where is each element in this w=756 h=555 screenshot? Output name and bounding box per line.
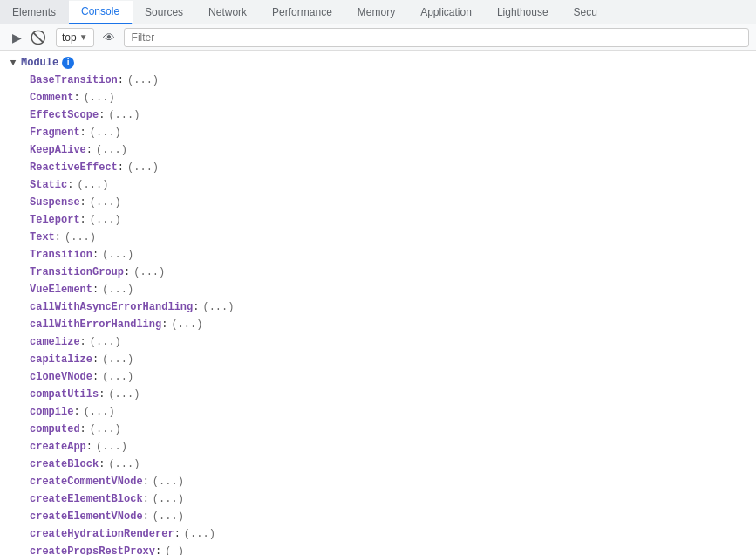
prop-colon: :: [67, 177, 73, 193]
prop-row[interactable]: Transition: (...): [0, 246, 756, 264]
tab-security[interactable]: Secu: [562, 0, 610, 24]
prop-row[interactable]: Teleport: (...): [0, 211, 756, 229]
prop-colon: :: [193, 299, 199, 315]
prop-value: ( ): [165, 544, 184, 555]
prop-key: Suspense: [30, 195, 80, 210]
tab-bar: Elements Console Sources Network Perform…: [0, 0, 756, 24]
tab-sources[interactable]: Sources: [133, 0, 196, 24]
prop-value: (...): [84, 90, 115, 106]
prop-row[interactable]: Comment: (...): [0, 89, 756, 106]
prop-key: Fragment: [30, 125, 80, 140]
prop-value: (...): [96, 439, 127, 455]
prop-value: (...): [108, 387, 140, 402]
execute-button[interactable]: ▶: [7, 28, 26, 47]
tab-application[interactable]: Application: [408, 0, 485, 24]
prop-colon: :: [73, 90, 79, 106]
prop-row[interactable]: createElementBlock: (...): [0, 490, 756, 508]
prop-colon: :: [99, 107, 105, 123]
context-dropdown[interactable]: top ▼: [56, 28, 94, 47]
prop-row[interactable]: Fragment: (...): [0, 124, 756, 141]
prop-colon: :: [80, 334, 86, 350]
prop-row[interactable]: createPropsRestProxy: ( ): [0, 543, 756, 555]
prop-row[interactable]: VueElement: (...): [0, 281, 756, 298]
prop-row[interactable]: Suspense: (...): [0, 194, 756, 211]
prop-row[interactable]: createCommentVNode: (...): [0, 473, 756, 490]
expand-triangle-icon[interactable]: ▼: [7, 57, 19, 69]
tab-lighthouse[interactable]: Lighthouse: [485, 0, 562, 24]
tab-elements[interactable]: Elements: [0, 0, 69, 24]
prop-value: (...): [90, 125, 121, 140]
tab-memory[interactable]: Memory: [345, 0, 408, 24]
prop-row[interactable]: EffectScope: (...): [0, 106, 756, 124]
prop-key: ReactiveEffect: [30, 160, 118, 175]
prop-value: (...): [102, 369, 133, 385]
prop-colon: :: [80, 195, 86, 210]
prop-row[interactable]: callWithAsyncErrorHandling: (...): [0, 298, 756, 316]
tab-performance[interactable]: Performance: [260, 0, 345, 24]
filter-input[interactable]: [124, 28, 749, 47]
prop-key: createElementVNode: [30, 509, 143, 524]
prop-key: Text: [30, 230, 55, 245]
prop-key: BaseTransition: [30, 72, 118, 88]
prop-row[interactable]: createBlock: (...): [0, 456, 756, 473]
prop-value: (...): [108, 456, 140, 472]
prop-key: computed: [30, 421, 80, 437]
prop-row[interactable]: createApp: (...): [0, 438, 756, 456]
dropdown-arrow-icon: ▼: [79, 32, 88, 42]
tab-console[interactable]: Console: [69, 1, 133, 24]
prop-row[interactable]: capitalize: (...): [0, 351, 756, 368]
prop-colon: :: [99, 387, 105, 402]
prop-colon: :: [73, 404, 79, 420]
eye-button[interactable]: 👁: [99, 28, 119, 47]
prop-colon: :: [92, 282, 99, 298]
prop-row[interactable]: TransitionGroup: (...): [0, 264, 756, 281]
prop-row[interactable]: compatUtils: (...): [0, 386, 756, 403]
prop-row[interactable]: createElementVNode: (...): [0, 508, 756, 525]
prop-key: callWithAsyncErrorHandling: [30, 299, 193, 315]
prop-value: (...): [102, 352, 133, 367]
prop-key: createHydrationRenderer: [30, 526, 174, 542]
prop-key: Teleport: [30, 212, 80, 228]
clear-button[interactable]: ⃠: [31, 28, 51, 47]
prop-row[interactable]: ReactiveEffect: (...): [0, 159, 756, 176]
prop-value: (...): [65, 230, 96, 245]
prop-value: (...): [90, 334, 121, 350]
prop-colon: :: [80, 421, 86, 437]
tab-network[interactable]: Network: [196, 0, 260, 24]
prop-colon: :: [161, 317, 167, 332]
prop-value: (...): [153, 509, 184, 524]
prop-value: (...): [202, 299, 234, 315]
prop-row[interactable]: BaseTransition: (...): [0, 72, 756, 89]
prop-row[interactable]: camelize: (...): [0, 333, 756, 351]
prop-colon: :: [92, 352, 99, 367]
prop-value: (...): [90, 195, 121, 210]
prop-row[interactable]: callWithErrorHandling: (...): [0, 316, 756, 333]
prop-key: Comment: [30, 90, 73, 106]
prop-row[interactable]: cloneVNode: (...): [0, 368, 756, 386]
info-badge[interactable]: i: [62, 57, 74, 69]
module-row[interactable]: ▼ Module i: [0, 54, 756, 72]
prop-colon: :: [99, 456, 105, 472]
prop-key: createBlock: [30, 456, 99, 472]
prop-colon: :: [118, 160, 124, 175]
prop-row[interactable]: Static: (...): [0, 176, 756, 194]
prop-colon: :: [124, 264, 130, 280]
prop-colon: :: [92, 247, 99, 263]
prop-key: Static: [30, 177, 67, 193]
prop-key: createElementBlock: [30, 491, 143, 507]
prop-row[interactable]: compile: (...): [0, 403, 756, 421]
prop-row[interactable]: KeepAlive: (...): [0, 141, 756, 159]
prop-value: (...): [153, 491, 184, 507]
prop-row[interactable]: Text: (...): [0, 229, 756, 246]
prop-key: cloneVNode: [30, 369, 92, 385]
prop-key: compatUtils: [30, 387, 99, 402]
prop-key: capitalize: [30, 352, 92, 367]
prop-value: (...): [102, 247, 133, 263]
prop-key: EffectScope: [30, 107, 99, 123]
prop-value: (...): [96, 142, 127, 158]
prop-row[interactable]: computed: (...): [0, 421, 756, 438]
prop-value: (...): [153, 474, 184, 490]
prop-colon: :: [143, 509, 149, 524]
prop-row[interactable]: createHydrationRenderer: (...): [0, 525, 756, 543]
prop-key: compile: [30, 404, 73, 420]
